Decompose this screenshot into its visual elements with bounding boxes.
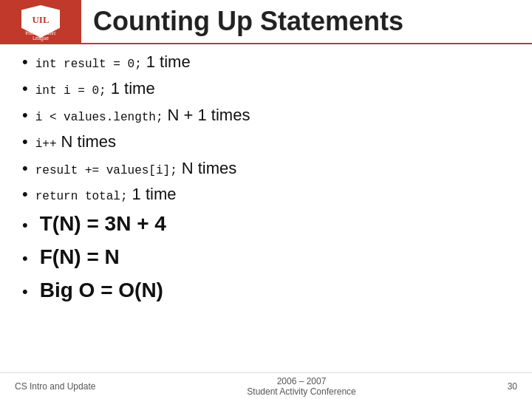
footer-page-number: 30 [508, 381, 517, 392]
code-text: return total; [35, 188, 128, 205]
list-item: • result += values[i]; N times [22, 157, 510, 180]
list-item: • int i = 0; 1 time [22, 77, 510, 100]
list-item: • i < values.length; N + 1 times [22, 103, 510, 127]
list-item: • T(N) = 3N + 4 [22, 209, 510, 239]
main-content: • int result = 0; 1 time • int i = 0; 1 … [22, 50, 510, 369]
logo-box: UIL UniversityInterscholasticLeague [0, 0, 81, 43]
footer: CS Intro and Update 2006 – 2007 Student … [0, 372, 532, 399]
code-text: i++ [35, 136, 57, 153]
bullet-dot: • [22, 107, 28, 123]
analysis-text: T(N) = 3N + 4 [40, 209, 166, 239]
footer-center: 2006 – 2007 Student Activity Conference [247, 376, 355, 397]
list-item: • F(N) = N [22, 242, 510, 273]
list-item: • i++ N times [22, 130, 510, 154]
footer-conference: Student Activity Conference [247, 386, 355, 397]
bullet-dot: • [22, 250, 28, 267]
header: UIL UniversityInterscholasticLeague Coun… [0, 0, 532, 43]
logo-label: UniversityInterscholasticLeague [0, 25, 81, 41]
slide-title: Counting Up Statements [93, 6, 403, 37]
header-divider [0, 43, 532, 44]
bullet-list: • int result = 0; 1 time • int i = 0; 1 … [22, 50, 510, 305]
code-text: int result = 0; [35, 56, 142, 73]
bullet-dot: • [22, 217, 28, 233]
bullet-dot: • [22, 134, 28, 150]
list-item: • Big O = O(N) [22, 276, 510, 306]
bullet-dot: • [22, 160, 28, 177]
bullet-dot: • [22, 54, 28, 70]
description-text: N + 1 times [168, 103, 250, 127]
code-text: int i = 0; [35, 83, 106, 100]
list-item: • return total; 1 time [22, 183, 510, 206]
bullet-dot: • [22, 284, 28, 300]
analysis-text: F(N) = N [40, 242, 120, 273]
footer-year: 2006 – 2007 [277, 376, 327, 386]
bullet-dot: • [22, 81, 28, 97]
description-text: 1 time [132, 183, 177, 206]
bullet-dot: • [22, 186, 28, 202]
footer-left: CS Intro and Update [15, 381, 95, 392]
description-text: 1 time [111, 77, 155, 100]
analysis-text: Big O = O(N) [40, 276, 163, 306]
title-area: Counting Up Statements [81, 6, 532, 37]
description-text: 1 time [146, 50, 191, 74]
description-text: N times [61, 130, 117, 154]
list-item: • int result = 0; 1 time [22, 50, 510, 74]
description-text: N times [182, 157, 237, 180]
code-text: i < values.length; [35, 109, 163, 126]
code-text: result += values[i]; [35, 163, 177, 180]
